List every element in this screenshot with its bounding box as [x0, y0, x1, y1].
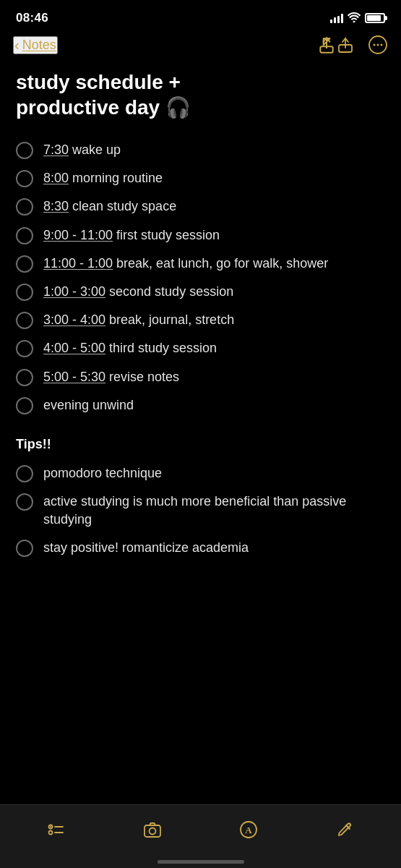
checkbox-8[interactable] — [16, 340, 33, 357]
back-chevron-icon: ‹ — [14, 38, 20, 52]
nav-right-actions — [317, 35, 388, 55]
camera-button[interactable] — [137, 814, 168, 846]
checkbox-12[interactable] — [16, 493, 33, 511]
svg-point-6 — [377, 44, 379, 46]
spacer — [16, 420, 385, 433]
markup-button[interactable]: A — [233, 814, 264, 846]
list-item[interactable]: 11:00 - 1:00 break, eat lunch, go for wa… — [16, 250, 385, 278]
bottom-toolbar: A — [0, 804, 401, 868]
checkbox-2[interactable] — [16, 170, 33, 187]
list-item[interactable]: 8:30 clean study space — [16, 192, 385, 221]
nav-bar: ‹ Notes — [0, 32, 401, 62]
markup-icon: A — [238, 820, 259, 840]
checkbox-4[interactable] — [16, 227, 33, 244]
checkbox-11[interactable] — [16, 465, 33, 482]
schedule-checklist: 7:30 wake up 8:00 morning routine 8:30 c… — [16, 136, 385, 420]
list-item[interactable]: 8:00 morning routine — [16, 164, 385, 192]
edit-icon — [335, 820, 355, 840]
list-item[interactable]: 1:00 - 3:00 second study session — [16, 278, 385, 306]
status-time: 08:46 — [16, 11, 48, 25]
checklist-button[interactable] — [40, 814, 72, 846]
list-item[interactable]: 4:00 - 5:00 third study session — [16, 334, 385, 362]
back-button[interactable]: ‹ Notes — [13, 36, 58, 54]
list-item[interactable]: stay positive! romanticize academia — [16, 534, 385, 562]
list-item[interactable]: 7:30 wake up — [16, 136, 385, 164]
status-icons — [330, 12, 385, 25]
note-title: study schedule +productive day 🎧 — [16, 69, 385, 120]
svg-point-5 — [374, 44, 376, 46]
status-bar: 08:46 — [0, 0, 401, 32]
checklist-icon — [46, 820, 66, 840]
more-options-button[interactable] — [368, 35, 388, 55]
checkbox-9[interactable] — [16, 369, 33, 386]
share-icon-svg — [336, 35, 355, 54]
list-item[interactable]: evening unwind — [16, 391, 385, 420]
svg-text:A: A — [246, 825, 253, 835]
wifi-icon — [348, 12, 361, 25]
signal-bars-icon — [330, 13, 343, 23]
camera-icon — [142, 820, 163, 840]
list-item[interactable]: pomodoro technique — [16, 459, 385, 488]
share-icon — [317, 35, 336, 54]
list-item[interactable]: 3:00 - 4:00 break, journal, stretch — [16, 306, 385, 334]
checkbox-13[interactable] — [16, 540, 33, 557]
home-indicator — [158, 860, 244, 864]
note-content: study schedule +productive day 🎧 7:30 wa… — [0, 62, 401, 635]
list-item[interactable]: 9:00 - 11:00 first study session — [16, 221, 385, 250]
tips-checklist: pomodoro technique active studying is mu… — [16, 459, 385, 563]
battery-icon — [365, 13, 385, 23]
svg-point-12 — [50, 826, 51, 827]
checkbox-10[interactable] — [16, 397, 33, 414]
tips-section-header: Tips!! — [16, 433, 385, 456]
svg-rect-13 — [145, 825, 160, 837]
share-button[interactable] — [317, 35, 355, 54]
svg-point-9 — [48, 830, 52, 834]
checkbox-3[interactable] — [16, 198, 33, 216]
edit-button[interactable] — [329, 814, 361, 846]
svg-point-14 — [149, 827, 155, 834]
checkbox-5[interactable] — [16, 255, 33, 273]
back-label: Notes — [22, 38, 56, 53]
checkbox-6[interactable] — [16, 284, 33, 301]
checkbox-7[interactable] — [16, 312, 33, 329]
list-item[interactable]: 5:00 - 5:30 revise notes — [16, 363, 385, 391]
more-icon — [368, 35, 388, 55]
list-item[interactable]: active studying is much more beneficial … — [16, 488, 385, 534]
svg-point-7 — [381, 44, 383, 46]
checkbox-1[interactable] — [16, 142, 33, 159]
